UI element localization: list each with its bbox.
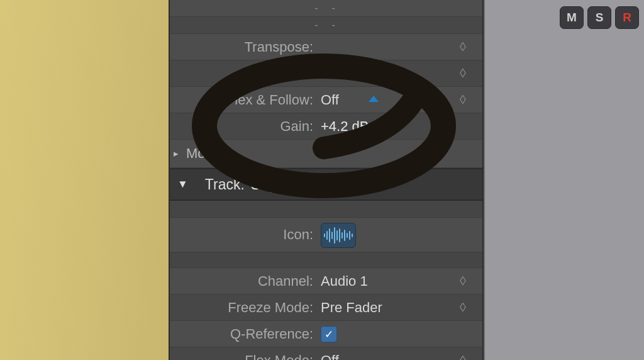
q-reference-row[interactable]: Q-Reference: ✓ [170, 321, 482, 347]
stepper-icon[interactable]: ◊ [460, 40, 482, 54]
flexfollow-row[interactable]: Flex & Follow: Off ◊ [170, 87, 482, 113]
marker-down-icon [369, 125, 379, 131]
transpose-label: Transpose: [170, 39, 317, 55]
channel-value[interactable]: Audio 1 [317, 273, 460, 290]
inspector-panel: - - - - Transpose: ◊ Fine Tune: ◊ Flex &… [169, 0, 484, 360]
stepper-icon[interactable]: ◊ [460, 66, 482, 81]
empty-row: - - [170, 0, 482, 17]
solo-button[interactable]: S [587, 6, 611, 29]
flex-mode-label: Flex Mode: [170, 352, 317, 361]
spacer [170, 201, 482, 218]
sidebar-strip [0, 0, 169, 360]
panel-divider[interactable] [484, 0, 485, 360]
gain-value[interactable]: +4.2 dB [317, 118, 460, 135]
stepper-icon[interactable]: ◊ [460, 93, 482, 107]
dash-placeholder: - - [314, 19, 338, 31]
flex-mode-row[interactable]: Flex Mode: Off ◊ [170, 347, 482, 360]
more-row[interactable]: ▸ More [170, 140, 482, 168]
q-reference-label: Q-Reference: [170, 326, 317, 342]
icon-value[interactable] [317, 222, 460, 248]
disclosure-icon[interactable]: ▸ [170, 148, 186, 159]
finetune-row[interactable]: Fine Tune: ◊ [170, 60, 482, 87]
waveform-icon[interactable] [321, 223, 356, 248]
icon-row[interactable]: Icon: [170, 218, 482, 252]
q-reference-value[interactable]: ✓ [317, 325, 460, 343]
freeze-mode-label: Freeze Mode: [170, 300, 317, 316]
freeze-mode-value[interactable]: Pre Fader [317, 300, 460, 316]
flexfollow-value[interactable]: Off [317, 92, 460, 108]
disclosure-triangle-icon[interactable]: ▼ [170, 178, 194, 191]
track-header-buttons: M S R [560, 6, 639, 29]
freeze-mode-row[interactable]: Freeze Mode: Pre Fader ◊ [170, 295, 482, 321]
track-header[interactable]: ▼ Track: SageAudio_PopMix [170, 168, 482, 201]
marker-up-icon [369, 96, 379, 102]
checkbox-checked-icon[interactable]: ✓ [321, 326, 337, 342]
gain-row[interactable]: Gain: +4.2 dB [170, 113, 482, 140]
record-enable-button[interactable]: R [615, 6, 639, 29]
stepper-icon[interactable]: ◊ [460, 300, 482, 315]
empty-row: - - [170, 17, 482, 34]
finetune-label: Fine Tune: [170, 65, 317, 82]
channel-row[interactable]: Channel: Audio 1 ◊ [170, 268, 482, 295]
flex-mode-value[interactable]: Off [317, 352, 460, 361]
mute-button[interactable]: M [560, 6, 584, 29]
transpose-row[interactable]: Transpose: ◊ [170, 34, 482, 60]
track-header-label: Track: [194, 176, 247, 193]
icon-label: Icon: [170, 227, 317, 243]
spacer [170, 252, 482, 268]
gain-label: Gain: [170, 118, 317, 135]
more-label: More [186, 145, 218, 162]
stepper-icon[interactable]: ◊ [460, 274, 482, 288]
dash-placeholder: - - [314, 2, 338, 14]
flexfollow-label: Flex & Follow: [170, 92, 317, 108]
channel-label: Channel: [170, 273, 317, 290]
track-name[interactable]: SageAudio_PopMix [247, 176, 378, 193]
arrange-area [484, 0, 644, 360]
stepper-icon[interactable]: ◊ [460, 353, 482, 360]
